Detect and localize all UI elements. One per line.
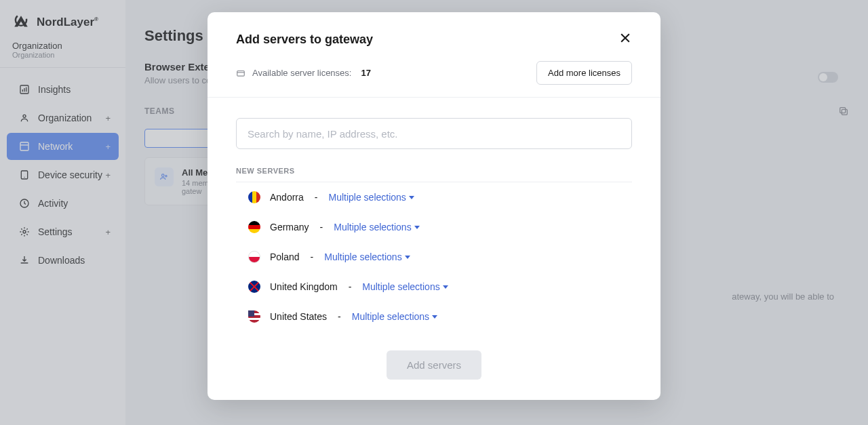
add-licenses-button[interactable]: Add more licenses: [536, 61, 632, 85]
chevron-down-icon: [443, 285, 448, 289]
modal-overlay: Add servers to gateway Available server …: [0, 0, 868, 425]
server-row: Andorra-Multiple selections: [236, 182, 632, 212]
flag-icon: [248, 221, 260, 233]
server-name: Andorra: [270, 192, 304, 203]
modal-title: Add servers to gateway: [236, 33, 373, 47]
server-name: Poland: [270, 251, 300, 262]
license-label: Available server licenses:: [252, 68, 351, 78]
chevron-down-icon: [414, 226, 420, 229]
chevron-down-icon: [409, 196, 414, 199]
flag-icon: [248, 310, 260, 323]
new-servers-label: NEW SERVERS: [236, 167, 632, 182]
server-name: Germany: [270, 222, 309, 232]
server-name: United Kingdom: [270, 281, 338, 292]
license-count: 17: [361, 68, 370, 78]
flag-icon: [248, 281, 260, 293]
server-row: United Kingdom-Multiple selections: [236, 272, 632, 302]
license-info: Available server licenses: 17: [236, 68, 371, 78]
server-name: United States: [270, 311, 327, 322]
flag-icon: [248, 191, 260, 203]
close-icon: [618, 31, 632, 45]
multiple-selections-dropdown[interactable]: Multiple selections: [334, 222, 419, 232]
server-search-input[interactable]: [236, 118, 632, 149]
multiple-selections-dropdown[interactable]: Multiple selections: [352, 311, 437, 322]
server-list: Andorra-Multiple selections Germany-Mult…: [236, 182, 632, 331]
server-row: Germany-Multiple selections: [236, 212, 632, 242]
add-servers-modal: Add servers to gateway Available server …: [208, 12, 660, 400]
svg-rect-17: [237, 70, 245, 76]
add-servers-button[interactable]: Add servers: [387, 350, 481, 380]
license-icon: [236, 68, 245, 78]
multiple-selections-dropdown[interactable]: Multiple selections: [324, 251, 410, 262]
multiple-selections-dropdown[interactable]: Multiple selections: [362, 281, 448, 292]
chevron-down-icon: [405, 256, 410, 259]
multiple-selections-dropdown[interactable]: Multiple selections: [328, 192, 414, 203]
flag-icon: [248, 251, 260, 263]
server-row: United States-Multiple selections: [236, 302, 632, 331]
server-row: Poland-Multiple selections: [236, 242, 632, 272]
chevron-down-icon: [432, 315, 437, 319]
close-button[interactable]: [618, 31, 632, 47]
